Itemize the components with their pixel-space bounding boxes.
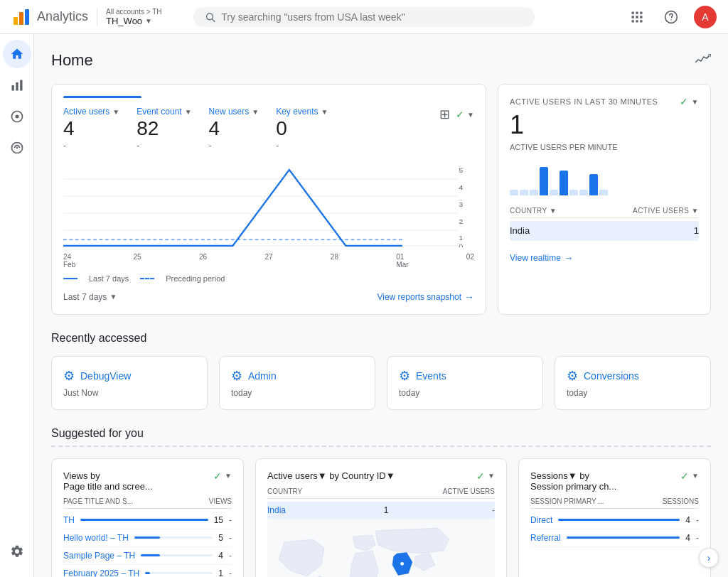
page-title: Home <box>51 51 93 70</box>
active-users-value: 4 <box>63 117 119 141</box>
app-title: Analytics <box>37 9 88 24</box>
suggested-card-title-1: Active users▼ by Country ID▼ ✓ ▼ <box>267 470 495 482</box>
bar-8 <box>579 190 588 195</box>
dropdown-chevron-icon[interactable]: ▼ <box>467 111 474 119</box>
svg-rect-13 <box>640 20 642 22</box>
compare-icon[interactable]: ⊞ <box>439 107 450 122</box>
bar-7 <box>569 190 578 195</box>
chart-footer: Last 7 days ▼ View reports snapshot → <box>63 291 474 303</box>
realtime-subtitle: ACTIVE USERS PER MINUTE <box>510 143 699 151</box>
top-header: Analytics All accounts > TH TH_Woo ▼ <box>0 0 728 34</box>
chart-legend: Last 7 days Preceding period <box>63 274 474 283</box>
svg-text:1: 1 <box>459 234 463 241</box>
search-box[interactable] <box>193 7 535 27</box>
main-content: Home Active users ▼ 4 <box>34 34 728 577</box>
svg-rect-10 <box>640 16 642 18</box>
logo: Analytics <box>11 7 88 27</box>
sug-chevron-icon-2[interactable]: ▼ <box>692 472 699 480</box>
svg-rect-6 <box>636 11 638 14</box>
account-selector[interactable]: All accounts > TH TH_Woo ▼ <box>97 8 182 26</box>
event-count-label[interactable]: Event count ▼ <box>136 107 191 117</box>
svg-rect-0 <box>14 17 18 25</box>
sug-row-2-1: Referral 4 - <box>530 529 699 547</box>
account-path: All accounts > TH <box>106 8 182 16</box>
search-input[interactable] <box>221 11 523 23</box>
view-realtime-link[interactable]: View realtime → <box>510 252 699 264</box>
recent-card-header-0: ⚙ DebugView <box>63 368 196 384</box>
sidebar <box>0 34 34 577</box>
realtime-chevron-icon[interactable]: ▼ <box>692 98 699 106</box>
main-chart-card: Active users ▼ 4 - Event count ▼ 82 - <box>51 84 486 315</box>
metric-chevron-icon: ▼ <box>112 108 119 116</box>
bar-5 <box>550 190 558 195</box>
recent-card-admin[interactable]: ⚙ Admin today <box>219 356 375 410</box>
active-users-sub: - <box>63 141 119 151</box>
sidebar-item-settings[interactable] <box>3 537 31 566</box>
svg-point-22 <box>16 147 18 149</box>
explore-icon <box>10 109 24 124</box>
line-chart-area: 5 4 3 2 1 0 <box>63 162 474 247</box>
key-events-label[interactable]: Key events ▼ <box>276 107 328 117</box>
suggested-card-title-0: Views byPage title and scree... ✓ ▼ <box>63 470 232 492</box>
sidebar-item-reports[interactable] <box>3 71 31 99</box>
realtime-card: ACTIVE USERS IN LAST 30 MINUTES ✓ ▼ 1 AC… <box>498 84 711 315</box>
search-container <box>193 7 614 27</box>
new-users-label[interactable]: New users ▼ <box>209 107 259 117</box>
sug-table-header-2: SESSION PRIMARY ... SESSIONS <box>530 495 699 509</box>
recent-card-header-3: ⚙ Conversions <box>567 368 699 384</box>
sug-col2-2: SESSIONS <box>663 497 699 505</box>
chart-x-labels: 24Feb 25 26 27 28 01Mar 02 <box>63 253 474 269</box>
suggested-cards-next-btn[interactable]: › <box>699 548 719 568</box>
sug-col2-1: ACTIVE USERS <box>443 487 495 495</box>
sidebar-item-explore[interactable] <box>3 102 31 131</box>
svg-rect-12 <box>636 20 638 22</box>
bar-1 <box>510 190 518 195</box>
progress-bar-bg-2-0 <box>558 519 680 521</box>
sidebar-item-advertising[interactable] <box>3 134 31 162</box>
realtime-table-header[interactable]: COUNTRY ▼ ACTIVE USERS ▼ <box>510 204 699 218</box>
apps-icon <box>630 10 644 24</box>
arrow-right-icon: → <box>464 291 474 303</box>
page-title-sparkline-icon[interactable] <box>695 51 711 70</box>
sug-chevron-icon-0[interactable]: ▼ <box>225 472 232 480</box>
gear-icon-1: ⚙ <box>231 368 242 384</box>
recent-card-time-2: today <box>399 388 531 398</box>
view-reports-snapshot-link[interactable]: View reports snapshot → <box>377 291 474 303</box>
suggested-section: Suggested for you Views byPage title and… <box>51 427 711 577</box>
sug-chevron-icon-1[interactable]: ▼ <box>488 472 495 480</box>
svg-text:4: 4 <box>459 183 463 190</box>
user-avatar[interactable]: A <box>694 6 717 28</box>
realtime-user-count: 1 <box>510 110 699 140</box>
account-name[interactable]: TH_Woo ▼ <box>106 16 182 26</box>
reports-icon <box>10 78 24 92</box>
sug-status-icon-0: ✓ <box>213 470 222 482</box>
sug-row-0-1: Hello world! – TH 5 - <box>63 529 232 547</box>
svg-text:3: 3 <box>459 200 463 207</box>
suggested-cards-row: Views byPage title and scree... ✓ ▼ PAGE… <box>51 458 711 577</box>
svg-rect-17 <box>16 82 18 91</box>
apps-button[interactable] <box>626 6 648 28</box>
suggested-card-1: Active users▼ by Country ID▼ ✓ ▼ COUNTRY… <box>255 458 507 577</box>
recent-card-name-2: Events <box>416 370 446 382</box>
metrics-row: Active users ▼ 4 - Event count ▼ 82 - <box>63 107 474 151</box>
home-icon <box>10 47 24 61</box>
date-range-dropdown[interactable]: Last 7 days ▼ <box>63 292 117 302</box>
recent-card-events[interactable]: ⚙ Events today <box>387 356 543 410</box>
sug-row-0-0: TH 15 - <box>63 512 232 529</box>
sidebar-item-home[interactable] <box>3 40 31 68</box>
gear-icon-3: ⚙ <box>567 368 578 384</box>
progress-bar-bg-0-0 <box>80 519 208 521</box>
help-button[interactable] <box>660 6 682 28</box>
active-users-label[interactable]: Active users ▼ <box>63 107 119 117</box>
recent-card-conversions[interactable]: ⚙ Conversions today <box>555 356 711 410</box>
country-value: India <box>510 225 530 236</box>
advertising-icon <box>10 141 24 155</box>
mini-bar-chart <box>510 160 699 195</box>
recent-card-name-3: Conversions <box>584 370 639 382</box>
world-map <box>267 519 495 577</box>
realtime-title: ACTIVE USERS IN LAST 30 MINUTES ✓ ▼ <box>510 96 699 107</box>
recent-card-debugview[interactable]: ⚙ DebugView Just Now <box>51 356 208 410</box>
gear-icon-0: ⚙ <box>63 368 75 384</box>
gear-icon-2: ⚙ <box>399 368 410 384</box>
realtime-footer: View realtime → <box>510 241 699 264</box>
